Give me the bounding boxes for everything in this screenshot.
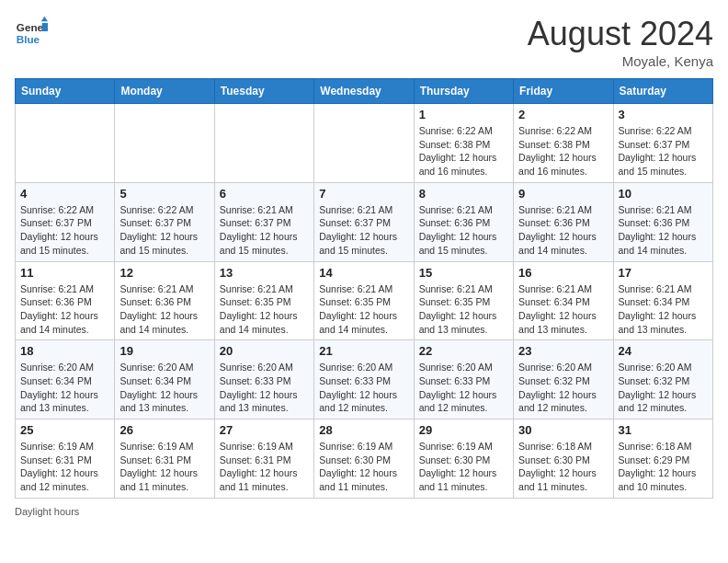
- day-info: Sunrise: 6:18 AM Sunset: 6:30 PM Dayligh…: [518, 440, 608, 494]
- calendar-cell: 31Sunrise: 6:18 AM Sunset: 6:29 PM Dayli…: [613, 419, 712, 499]
- svg-marker-3: [42, 23, 48, 31]
- calendar-week-row: 25Sunrise: 6:19 AM Sunset: 6:31 PM Dayli…: [16, 419, 713, 499]
- calendar-cell: 17Sunrise: 6:21 AM Sunset: 6:34 PM Dayli…: [613, 261, 712, 340]
- day-info: Sunrise: 6:19 AM Sunset: 6:31 PM Dayligh…: [119, 440, 209, 494]
- day-info: Sunrise: 6:20 AM Sunset: 6:33 PM Dayligh…: [419, 361, 508, 415]
- day-number: 29: [419, 423, 508, 437]
- footer: Daylight hours: [15, 506, 713, 517]
- day-info: Sunrise: 6:21 AM Sunset: 6:37 PM Dayligh…: [319, 203, 408, 258]
- calendar-cell: 13Sunrise: 6:21 AM Sunset: 6:35 PM Dayli…: [214, 261, 313, 340]
- calendar-cell: [115, 104, 214, 183]
- day-info: Sunrise: 6:20 AM Sunset: 6:33 PM Dayligh…: [319, 361, 408, 415]
- day-number: 21: [319, 344, 408, 358]
- day-number: 6: [220, 187, 309, 201]
- day-number: 23: [518, 344, 608, 358]
- calendar-week-row: 11Sunrise: 6:21 AM Sunset: 6:36 PM Dayli…: [16, 261, 713, 340]
- day-number: 1: [419, 108, 508, 121]
- day-number: 28: [319, 423, 408, 437]
- calendar-cell: 14Sunrise: 6:21 AM Sunset: 6:35 PM Dayli…: [314, 261, 414, 340]
- page-header: General Blue August 2024 Moyale, Kenya: [15, 15, 713, 69]
- calendar-cell: 2Sunrise: 6:22 AM Sunset: 6:38 PM Daylig…: [514, 104, 613, 183]
- day-number: 14: [319, 266, 408, 280]
- day-info: Sunrise: 6:21 AM Sunset: 6:34 PM Dayligh…: [619, 282, 708, 337]
- calendar-cell: 27Sunrise: 6:19 AM Sunset: 6:31 PM Dayli…: [214, 419, 313, 499]
- calendar-week-row: 1Sunrise: 6:22 AM Sunset: 6:38 PM Daylig…: [16, 104, 713, 183]
- day-number: 13: [220, 266, 309, 280]
- day-info: Sunrise: 6:22 AM Sunset: 6:38 PM Dayligh…: [419, 124, 508, 178]
- day-info: Sunrise: 6:22 AM Sunset: 6:37 PM Dayligh…: [20, 203, 109, 258]
- calendar-cell: 16Sunrise: 6:21 AM Sunset: 6:34 PM Dayli…: [514, 261, 613, 340]
- day-info: Sunrise: 6:19 AM Sunset: 6:31 PM Dayligh…: [20, 440, 109, 494]
- title-block: August 2024 Moyale, Kenya: [528, 15, 713, 69]
- day-info: Sunrise: 6:20 AM Sunset: 6:34 PM Dayligh…: [20, 361, 109, 415]
- calendar-cell: 8Sunrise: 6:21 AM Sunset: 6:36 PM Daylig…: [414, 182, 513, 261]
- day-header-friday: Friday: [514, 79, 613, 104]
- day-number: 31: [619, 423, 708, 437]
- day-info: Sunrise: 6:21 AM Sunset: 6:36 PM Dayligh…: [619, 203, 708, 258]
- day-number: 10: [619, 187, 708, 201]
- calendar-week-row: 18Sunrise: 6:20 AM Sunset: 6:34 PM Dayli…: [16, 340, 713, 419]
- day-info: Sunrise: 6:21 AM Sunset: 6:35 PM Dayligh…: [220, 282, 309, 337]
- calendar-cell: [314, 104, 414, 183]
- day-number: 26: [119, 423, 209, 437]
- day-info: Sunrise: 6:21 AM Sunset: 6:36 PM Dayligh…: [119, 282, 209, 337]
- day-number: 7: [319, 187, 408, 201]
- day-info: Sunrise: 6:22 AM Sunset: 6:37 PM Dayligh…: [119, 203, 209, 258]
- calendar-cell: [16, 104, 115, 183]
- calendar-cell: 3Sunrise: 6:22 AM Sunset: 6:37 PM Daylig…: [613, 104, 712, 183]
- day-info: Sunrise: 6:21 AM Sunset: 6:35 PM Dayligh…: [319, 282, 408, 337]
- day-number: 27: [220, 423, 309, 437]
- day-header-tuesday: Tuesday: [214, 79, 313, 104]
- day-info: Sunrise: 6:19 AM Sunset: 6:30 PM Dayligh…: [319, 440, 408, 494]
- calendar-cell: 1Sunrise: 6:22 AM Sunset: 6:38 PM Daylig…: [414, 104, 513, 183]
- calendar-cell: 25Sunrise: 6:19 AM Sunset: 6:31 PM Dayli…: [16, 419, 115, 499]
- svg-text:Blue: Blue: [17, 33, 40, 45]
- day-info: Sunrise: 6:20 AM Sunset: 6:32 PM Dayligh…: [619, 361, 708, 415]
- day-header-sunday: Sunday: [16, 79, 115, 104]
- calendar-cell: 30Sunrise: 6:18 AM Sunset: 6:30 PM Dayli…: [514, 419, 613, 499]
- location-subtitle: Moyale, Kenya: [528, 53, 713, 69]
- day-number: 22: [419, 344, 508, 358]
- calendar-cell: 26Sunrise: 6:19 AM Sunset: 6:31 PM Dayli…: [115, 419, 214, 499]
- calendar-cell: 21Sunrise: 6:20 AM Sunset: 6:33 PM Dayli…: [314, 340, 414, 419]
- calendar-cell: 10Sunrise: 6:21 AM Sunset: 6:36 PM Dayli…: [613, 182, 712, 261]
- svg-marker-2: [41, 17, 48, 21]
- day-info: Sunrise: 6:21 AM Sunset: 6:34 PM Dayligh…: [518, 282, 608, 337]
- calendar-header-row: SundayMondayTuesdayWednesdayThursdayFrid…: [16, 79, 713, 104]
- day-info: Sunrise: 6:21 AM Sunset: 6:35 PM Dayligh…: [419, 282, 508, 337]
- logo: General Blue: [15, 15, 48, 48]
- logo-icon: General Blue: [15, 15, 48, 48]
- calendar-cell: 22Sunrise: 6:20 AM Sunset: 6:33 PM Dayli…: [414, 340, 513, 419]
- calendar-cell: 4Sunrise: 6:22 AM Sunset: 6:37 PM Daylig…: [16, 182, 115, 261]
- day-info: Sunrise: 6:21 AM Sunset: 6:36 PM Dayligh…: [20, 282, 109, 337]
- day-info: Sunrise: 6:19 AM Sunset: 6:30 PM Dayligh…: [419, 440, 508, 494]
- day-info: Sunrise: 6:20 AM Sunset: 6:33 PM Dayligh…: [220, 361, 309, 415]
- calendar-cell: 11Sunrise: 6:21 AM Sunset: 6:36 PM Dayli…: [16, 261, 115, 340]
- day-number: 18: [20, 344, 109, 358]
- day-header-saturday: Saturday: [613, 79, 712, 104]
- calendar-cell: 15Sunrise: 6:21 AM Sunset: 6:35 PM Dayli…: [414, 261, 513, 340]
- day-info: Sunrise: 6:20 AM Sunset: 6:32 PM Dayligh…: [518, 361, 608, 415]
- day-info: Sunrise: 6:21 AM Sunset: 6:36 PM Dayligh…: [419, 203, 508, 258]
- day-number: 30: [518, 423, 608, 437]
- calendar-cell: 19Sunrise: 6:20 AM Sunset: 6:34 PM Dayli…: [115, 340, 214, 419]
- day-info: Sunrise: 6:21 AM Sunset: 6:36 PM Dayligh…: [518, 203, 608, 258]
- calendar-cell: [214, 104, 313, 183]
- calendar-cell: 6Sunrise: 6:21 AM Sunset: 6:37 PM Daylig…: [214, 182, 313, 261]
- day-number: 20: [220, 344, 309, 358]
- day-number: 15: [419, 266, 508, 280]
- day-info: Sunrise: 6:22 AM Sunset: 6:37 PM Dayligh…: [619, 124, 708, 178]
- calendar-cell: 28Sunrise: 6:19 AM Sunset: 6:30 PM Dayli…: [314, 419, 414, 499]
- day-number: 9: [518, 187, 608, 201]
- calendar-cell: 20Sunrise: 6:20 AM Sunset: 6:33 PM Dayli…: [214, 340, 313, 419]
- day-number: 12: [119, 266, 209, 280]
- day-number: 4: [20, 187, 109, 201]
- day-info: Sunrise: 6:21 AM Sunset: 6:37 PM Dayligh…: [220, 203, 309, 258]
- day-number: 17: [619, 266, 708, 280]
- calendar-cell: 24Sunrise: 6:20 AM Sunset: 6:32 PM Dayli…: [613, 340, 712, 419]
- day-header-thursday: Thursday: [414, 79, 513, 104]
- calendar-cell: 9Sunrise: 6:21 AM Sunset: 6:36 PM Daylig…: [514, 182, 613, 261]
- calendar-cell: 29Sunrise: 6:19 AM Sunset: 6:30 PM Dayli…: [414, 419, 513, 499]
- day-info: Sunrise: 6:18 AM Sunset: 6:29 PM Dayligh…: [619, 440, 708, 494]
- footer-label: Daylight hours: [15, 506, 79, 517]
